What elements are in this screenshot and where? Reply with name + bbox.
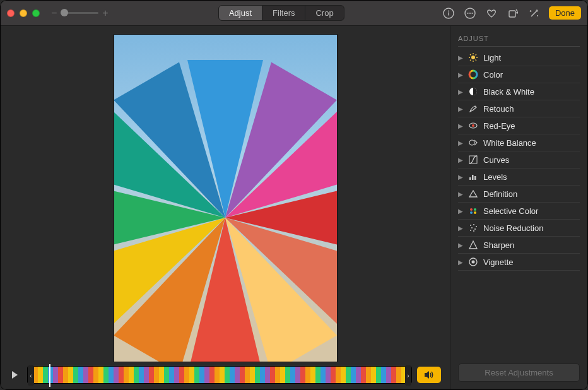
play-button[interactable]	[9, 370, 22, 380]
speaker-icon	[423, 370, 435, 380]
edit-mode-tabs: Adjust Filters Crop	[218, 5, 344, 21]
adjust-item-label: Noise Reduction	[483, 223, 543, 233]
color-icon	[468, 69, 478, 80]
svg-rect-25	[474, 176, 476, 180]
canvas-area: ‹ ›	[1, 26, 450, 389]
adjust-item-red-eye[interactable]: ▶Red-Eye	[458, 117, 580, 134]
chevron-right-icon: ▶	[458, 139, 463, 146]
whitebalance-icon	[468, 138, 478, 148]
svg-rect-7	[509, 11, 515, 17]
adjust-item-white-balance[interactable]: ▶White Balance	[458, 134, 580, 151]
light-icon	[468, 52, 478, 62]
playhead[interactable]	[49, 364, 50, 387]
adjust-item-label: Color	[483, 70, 503, 80]
svg-point-32	[476, 226, 477, 227]
more-icon	[464, 7, 476, 20]
rotate-button[interactable]	[506, 6, 520, 20]
adjust-item-selective-color[interactable]: ▶Selective Color	[458, 203, 580, 220]
chevron-right-icon: ▶	[458, 191, 463, 198]
svg-point-20	[472, 124, 474, 127]
reset-adjustments-button[interactable]: Reset Adjustments	[458, 363, 580, 382]
photo-preview[interactable]	[114, 34, 338, 362]
svg-point-17	[469, 71, 477, 78]
done-button[interactable]: Done	[549, 6, 581, 20]
svg-rect-24	[472, 175, 474, 180]
chevron-right-icon: ▶	[458, 88, 463, 95]
svg-line-15	[470, 60, 471, 61]
chevron-right-icon: ▶	[458, 208, 463, 215]
tab-adjust[interactable]: Adjust	[219, 6, 262, 20]
svg-point-38	[472, 261, 475, 264]
photos-edit-window: − + Adjust Filters Crop	[0, 0, 588, 390]
trim-end-handle[interactable]: ›	[405, 365, 411, 386]
chevron-right-icon: ▶	[458, 122, 463, 129]
svg-point-35	[470, 230, 471, 231]
heart-icon	[485, 7, 498, 20]
chevron-right-icon: ▶	[458, 157, 463, 163]
chevron-right-icon: ▶	[458, 174, 463, 180]
rotate-icon	[507, 7, 519, 20]
svg-point-21	[469, 140, 474, 145]
wand-icon	[528, 7, 541, 20]
adjust-item-sharpen[interactable]: ▶Sharpen	[458, 237, 580, 254]
svg-point-33	[471, 227, 473, 228]
favorite-button[interactable]	[485, 6, 498, 20]
more-button[interactable]	[463, 6, 477, 20]
chevron-right-icon: ▶	[458, 225, 463, 232]
zoom-thumb[interactable]	[61, 9, 68, 16]
audio-toggle-button[interactable]	[417, 367, 441, 383]
bw-icon	[468, 86, 478, 97]
adjust-item-label: Red-Eye	[483, 121, 515, 131]
titlebar: − + Adjust Filters Crop	[1, 1, 587, 26]
svg-point-6	[471, 12, 473, 13]
svg-line-16	[476, 54, 477, 56]
adjust-item-levels[interactable]: ▶Levels	[458, 168, 580, 186]
adjust-item-retouch[interactable]: ▶Retouch	[458, 100, 580, 117]
adjust-sidebar: ADJUST ▶Light▶Color▶Black & White▶Retouc…	[450, 26, 587, 389]
adjust-item-light[interactable]: ▶Light	[458, 49, 580, 66]
info-button[interactable]	[442, 6, 456, 20]
svg-rect-2	[448, 12, 449, 15]
chevron-right-icon: ▶	[458, 105, 463, 112]
adjust-item-color[interactable]: ▶Color	[458, 66, 580, 83]
tab-crop[interactable]: Crop	[305, 6, 343, 20]
definition-icon	[468, 189, 478, 199]
minimize-window[interactable]	[20, 9, 27, 17]
svg-point-4	[467, 12, 468, 13]
redeye-icon	[468, 121, 478, 131]
fullscreen-window[interactable]	[32, 9, 40, 17]
umbrella-graphic	[114, 66, 338, 362]
adjust-item-noise-reduction[interactable]: ▶Noise Reduction	[458, 220, 580, 237]
svg-point-36	[473, 230, 474, 232]
svg-point-1	[448, 10, 449, 11]
adjust-item-label: Selective Color	[483, 206, 538, 216]
zoom-slider[interactable]: − +	[51, 8, 109, 19]
adjust-item-label: Black & White	[483, 87, 534, 97]
svg-point-27	[474, 208, 476, 211]
adjust-item-black-white[interactable]: ▶Black & White	[458, 83, 580, 100]
chevron-right-icon: ▶	[458, 54, 463, 61]
chevron-right-icon: ▶	[458, 259, 463, 266]
adjust-list: ▶Light▶Color▶Black & White▶Retouch▶Red-E…	[458, 49, 580, 271]
adjust-item-definition[interactable]: ▶Definition	[458, 186, 580, 203]
sidebar-title: ADJUST	[458, 32, 580, 47]
sharpen-icon	[468, 240, 478, 250]
selectivecolor-icon	[468, 206, 478, 216]
zoom-out-icon: −	[51, 8, 57, 19]
trim-start-handle[interactable]: ‹	[28, 365, 34, 386]
tab-filters[interactable]: Filters	[262, 6, 305, 20]
zoom-in-icon: +	[102, 8, 108, 19]
adjust-item-vignette[interactable]: ▶Vignette	[458, 254, 580, 271]
svg-point-28	[470, 211, 473, 214]
zoom-track[interactable]	[61, 12, 98, 14]
filmstrip[interactable]: ‹ ›	[27, 366, 412, 384]
close-window[interactable]	[7, 9, 15, 17]
chevron-right-icon: ▶	[458, 242, 463, 249]
svg-point-5	[469, 12, 471, 13]
auto-enhance-button[interactable]	[527, 6, 541, 20]
retouch-icon	[468, 103, 478, 114]
toolbar-right: Done	[442, 6, 581, 20]
adjust-item-curves[interactable]: ▶Curves	[458, 151, 580, 168]
svg-point-34	[474, 228, 476, 230]
svg-point-26	[470, 208, 473, 211]
